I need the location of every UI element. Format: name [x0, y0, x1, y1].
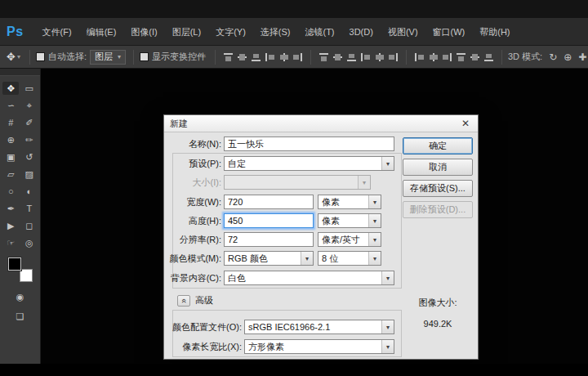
- separator: [133, 50, 134, 65]
- align-horizontal-centers-icon[interactable]: [278, 52, 289, 62]
- distribute-vertical-spacing-icon[interactable]: [442, 52, 452, 62]
- align-left-edges-icon[interactable]: [265, 52, 275, 62]
- menu-type[interactable]: 文字(Y): [208, 18, 253, 46]
- eraser-tool-icon[interactable]: ▱: [2, 168, 19, 181]
- brush-tool-icon[interactable]: ✏: [21, 133, 38, 146]
- ok-button[interactable]: 确定: [403, 137, 473, 154]
- resolution-unit-select[interactable]: 像素/英寸 ▾: [318, 232, 381, 247]
- menu-3d[interactable]: 3D(D): [342, 18, 381, 46]
- rectangular-marquee-tool-icon[interactable]: ▭: [21, 82, 38, 95]
- distribute-top-edges-icon[interactable]: [318, 52, 329, 62]
- width-unit-select[interactable]: 像素 ▾: [318, 195, 381, 209]
- distribute-horizontal-centers-icon[interactable]: [374, 52, 385, 62]
- chevron-down-icon: ▾: [381, 271, 394, 284]
- menu-file[interactable]: 文件(F): [35, 18, 79, 46]
- background-label: 背景内容(C):: [164, 271, 221, 285]
- align-buttons-group: [221, 52, 305, 62]
- color-mode-select[interactable]: RGB 颜色 ▾: [224, 251, 314, 266]
- chevron-down-icon: ▾: [358, 176, 370, 189]
- background-row: 背景内容(C): 白色 ▾: [164, 271, 478, 285]
- menu-filter[interactable]: 滤镜(T): [297, 18, 341, 46]
- distribute-vertical-centers-icon[interactable]: [332, 52, 343, 62]
- preset-label: 预设(P):: [164, 156, 221, 171]
- move-tool-preset-icon[interactable]: ✥: [7, 51, 16, 63]
- advanced-collapse-button[interactable]: «: [177, 295, 190, 307]
- auto-select-label: 自动选择:: [48, 51, 87, 63]
- auto-select-checkbox[interactable]: [36, 52, 45, 61]
- align-to-canvas-icon[interactable]: [470, 52, 480, 62]
- tool-preset-chevron-icon[interactable]: ▾: [17, 53, 20, 60]
- bottom-strip: [0, 364, 588, 376]
- type-tool-icon[interactable]: T: [21, 202, 38, 215]
- name-input[interactable]: [224, 137, 394, 151]
- align-top-edges-icon[interactable]: [223, 52, 234, 62]
- resolution-input[interactable]: [224, 232, 314, 247]
- zoom-tool-icon[interactable]: ◎: [21, 236, 38, 249]
- dodge-tool-icon[interactable]: ◐: [21, 185, 38, 198]
- move-tool-icon[interactable]: ✥: [2, 82, 19, 95]
- align-right-edges-icon[interactable]: [292, 52, 303, 62]
- path-selection-tool-icon[interactable]: ▶: [2, 219, 19, 232]
- lasso-tool-icon[interactable]: ∽: [2, 99, 19, 112]
- blur-tool-icon[interactable]: ○: [2, 185, 19, 198]
- hand-tool-icon[interactable]: ☞: [2, 236, 19, 249]
- dialog-titlebar[interactable]: 新建 ✕: [164, 115, 478, 132]
- preset-select[interactable]: 自定 ▾: [224, 156, 394, 171]
- options-bar: ✥ ▾ 自动选择: 图层 ▾ 显示变换控件 3D 模式: ↻ ⊕ ✚ ↔: [0, 46, 588, 69]
- align-to-selection-icon[interactable]: [456, 52, 466, 62]
- rectangle-tool-icon[interactable]: ◻: [21, 219, 38, 232]
- distribute-horizontal-spacing-icon[interactable]: [414, 52, 425, 62]
- history-brush-tool-icon[interactable]: ↺: [21, 150, 38, 163]
- background-select[interactable]: 白色 ▾: [224, 271, 394, 285]
- distribute-bottom-edges-icon[interactable]: [346, 52, 357, 62]
- menu-edit[interactable]: 编辑(E): [79, 18, 124, 46]
- height-input[interactable]: [224, 213, 314, 228]
- pixel-aspect-select[interactable]: 方形像素 ▾: [244, 339, 394, 354]
- roll-3d-icon[interactable]: ⊕: [564, 51, 572, 63]
- quick-selection-tool-icon[interactable]: ⌖: [21, 99, 38, 112]
- height-label: 高度(H):: [164, 213, 221, 228]
- bit-depth-select[interactable]: 8 位 ▾: [318, 251, 381, 266]
- align-bottom-edges-icon[interactable]: [251, 52, 261, 62]
- eyedropper-tool-icon[interactable]: ✐: [21, 116, 38, 129]
- cancel-button[interactable]: 取消: [403, 159, 473, 176]
- separator: [215, 50, 216, 65]
- background-color-swatch[interactable]: [20, 269, 33, 282]
- drag-3d-icon[interactable]: ✚: [578, 51, 586, 63]
- pen-tool-icon[interactable]: ✒: [2, 202, 19, 215]
- menu-view[interactable]: 视图(V): [381, 18, 425, 46]
- distribute-left-edges-icon[interactable]: [360, 52, 371, 62]
- save-preset-button[interactable]: 存储预设(S)...: [403, 180, 473, 197]
- tools-panel-header[interactable]: [0, 69, 40, 76]
- align-vertical-centers-icon[interactable]: [237, 52, 247, 62]
- menu-help[interactable]: 帮助(H): [472, 18, 517, 46]
- quick-mask-icon[interactable]: ◉: [11, 290, 30, 303]
- distribute-right-edges-icon[interactable]: [388, 52, 399, 62]
- separator: [501, 50, 502, 65]
- color-profile-select[interactable]: sRGB IEC61966-2.1 ▾: [244, 320, 394, 334]
- auto-align-layers-icon[interactable]: [428, 52, 439, 62]
- chevron-down-icon: ▾: [381, 340, 394, 353]
- healing-brush-tool-icon[interactable]: ⊕: [2, 133, 19, 146]
- align-extra-icon[interactable]: [483, 52, 494, 62]
- tools-panel: ✥ ▭ ∽ ⌖ # ✐ ⊕ ✏ ▣ ↺ ▱ ▨ ○ ◐ ✒ T ▶ ◻ ☞ ◎ …: [0, 69, 41, 364]
- screen-mode-icon[interactable]: ❏: [11, 310, 30, 323]
- foreground-color-swatch[interactable]: [8, 257, 21, 271]
- pixel-aspect-row: 像素长宽比(X): 方形像素 ▾: [164, 339, 478, 354]
- clone-stamp-tool-icon[interactable]: ▣: [2, 150, 19, 163]
- crop-tool-icon[interactable]: #: [2, 116, 19, 129]
- menu-window[interactable]: 窗口(W): [425, 18, 473, 46]
- rotate-3d-icon[interactable]: ↻: [549, 51, 557, 63]
- show-transform-checkbox[interactable]: [140, 52, 149, 61]
- height-unit-select[interactable]: 像素 ▾: [318, 213, 381, 228]
- gradient-tool-icon[interactable]: ▨: [21, 168, 38, 181]
- auto-select-target-select[interactable]: 图层 ▾: [90, 50, 126, 65]
- bit-depth-value: 8 位: [322, 253, 368, 265]
- menu-image[interactable]: 图像(I): [123, 18, 164, 46]
- close-icon[interactable]: ✕: [459, 118, 472, 129]
- chevron-down-icon: ▾: [381, 320, 394, 333]
- menu-layer[interactable]: 图层(L): [165, 18, 208, 46]
- menu-select[interactable]: 选择(S): [253, 18, 298, 46]
- width-input[interactable]: [224, 195, 314, 209]
- spacing-buttons-group: [412, 52, 496, 62]
